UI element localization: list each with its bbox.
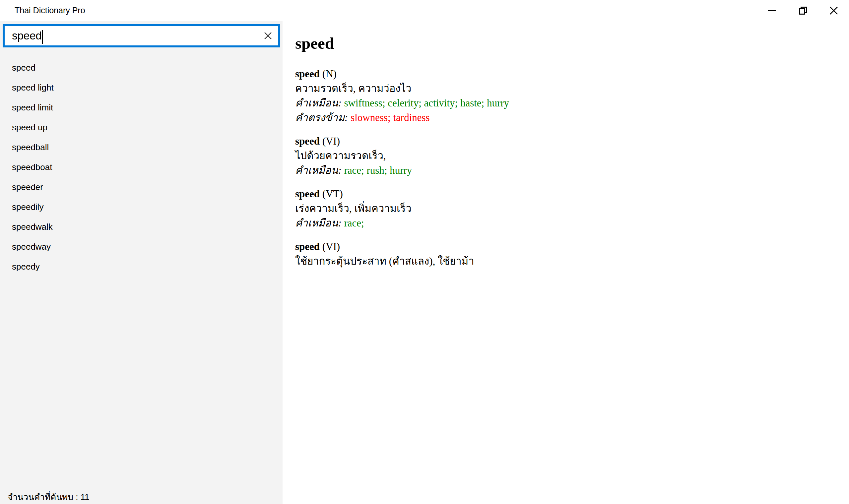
sense-block: speed (VI) ไปด้วยความรวดเร็ว, คำเหมือน: … bbox=[295, 134, 836, 178]
entry-headword: speed bbox=[295, 34, 836, 53]
clear-search-button[interactable] bbox=[259, 26, 277, 45]
sense-definition: ไปด้วยความรวดเร็ว, bbox=[295, 148, 836, 163]
result-item[interactable]: speed bbox=[0, 58, 283, 77]
relation-words: race; rush; hurry bbox=[344, 164, 412, 176]
result-count-label: จำนวนคำที่ค้นพบ : 11 bbox=[7, 490, 90, 504]
sense-pos: (VI) bbox=[322, 135, 340, 147]
sense-pos: (N) bbox=[322, 68, 337, 79]
relation-line: คำเหมือน: race; bbox=[295, 216, 836, 231]
result-item[interactable]: speedway bbox=[0, 237, 283, 257]
result-item[interactable]: speedy bbox=[0, 257, 283, 276]
result-item[interactable]: speedboat bbox=[0, 157, 283, 177]
app-title: Thai Dictionary Pro bbox=[15, 6, 85, 15]
sense-word: speed bbox=[295, 241, 320, 252]
entry-panel: speed speed (N) ความรวดเร็ว, ความว่องไว … bbox=[283, 21, 849, 504]
search-box bbox=[3, 24, 280, 48]
result-item[interactable]: speedball bbox=[0, 137, 283, 157]
sense-pos: (VI) bbox=[322, 241, 340, 252]
minimize-icon bbox=[767, 6, 777, 16]
relation-line: คำตรงข้าม: slowness; tardiness bbox=[295, 110, 836, 125]
sense-word: speed bbox=[295, 68, 320, 79]
result-item[interactable]: speeder bbox=[0, 177, 283, 197]
relation-line: คำเหมือน: swiftness; celerity; activity;… bbox=[295, 96, 836, 110]
sense-header: speed (N) bbox=[295, 67, 836, 81]
relation-words: slowness; tardiness bbox=[350, 112, 430, 123]
result-item[interactable]: speedily bbox=[0, 197, 283, 217]
relation-label: คำเหมือน: bbox=[295, 164, 342, 176]
relation-label: คำเหมือน: bbox=[295, 217, 342, 229]
sense-block: speed (N) ความรวดเร็ว, ความว่องไว คำเหมื… bbox=[295, 67, 836, 125]
result-item[interactable]: speedwalk bbox=[0, 217, 283, 237]
sense-list: speed (N) ความรวดเร็ว, ความว่องไว คำเหมื… bbox=[295, 67, 836, 269]
sense-word: speed bbox=[295, 135, 320, 147]
relation-words: swiftness; celerity; activity; haste; hu… bbox=[344, 97, 509, 109]
sense-header: speed (VI) bbox=[295, 134, 836, 148]
relation-label: คำเหมือน: bbox=[295, 97, 342, 109]
restore-icon bbox=[798, 6, 808, 16]
relation-line: คำเหมือน: race; rush; hurry bbox=[295, 163, 836, 178]
sense-block: speed (VI) ใช้ยากระตุ้นประสาท (คำสแลง), … bbox=[295, 239, 836, 269]
text-caret bbox=[42, 30, 43, 44]
results-list: speedspeed lightspeed limitspeed upspeed… bbox=[0, 58, 283, 276]
sense-header: speed (VT) bbox=[295, 187, 836, 201]
sense-pos: (VT) bbox=[322, 188, 343, 200]
sidebar: speedspeed lightspeed limitspeed upspeed… bbox=[0, 21, 283, 504]
sense-header: speed (VI) bbox=[295, 239, 836, 254]
sense-word: speed bbox=[295, 188, 320, 200]
sense-definition: ความรวดเร็ว, ความว่องไว bbox=[295, 81, 836, 96]
result-item[interactable]: speed limit bbox=[0, 97, 283, 118]
caption-buttons bbox=[757, 0, 849, 21]
relation-label: คำตรงข้าม: bbox=[295, 112, 348, 123]
titlebar: Thai Dictionary Pro bbox=[0, 0, 849, 21]
close-icon bbox=[829, 6, 839, 16]
clear-icon bbox=[262, 30, 274, 41]
result-item[interactable]: speed up bbox=[0, 118, 283, 137]
minimize-button[interactable] bbox=[757, 0, 787, 21]
sense-definition: เร่งความเร็ว, เพิ่มความเร็ว bbox=[295, 201, 836, 216]
result-item[interactable]: speed light bbox=[0, 77, 283, 97]
restore-button[interactable] bbox=[787, 0, 818, 21]
sense-definition: ใช้ยากระตุ้นประสาท (คำสแลง), ใช้ยาม้า bbox=[295, 254, 836, 269]
sense-block: speed (VT) เร่งความเร็ว, เพิ่มความเร็ว ค… bbox=[295, 187, 836, 231]
relation-words: race; bbox=[344, 217, 364, 229]
close-button[interactable] bbox=[818, 0, 849, 21]
